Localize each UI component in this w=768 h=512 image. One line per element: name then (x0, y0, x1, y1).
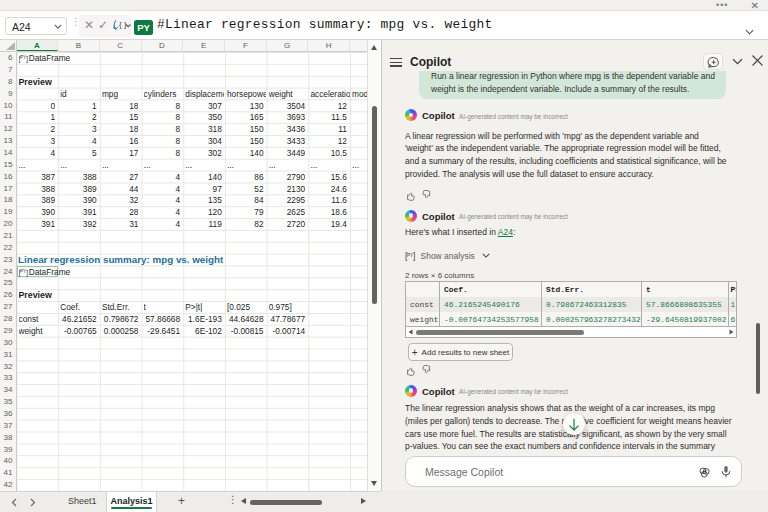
svg-text:{ }: { } (119, 20, 127, 29)
